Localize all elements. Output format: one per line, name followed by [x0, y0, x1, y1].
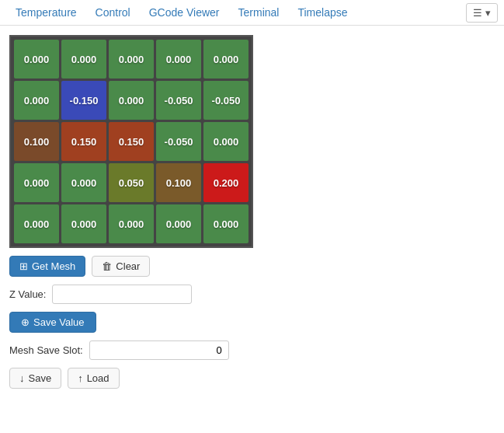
- tab-control[interactable]: Control: [86, 0, 140, 25]
- mesh-cell[interactable]: 0.100: [156, 163, 201, 202]
- save-button[interactable]: ↓ Save: [9, 368, 61, 389]
- mesh-cell[interactable]: -0.050: [156, 81, 201, 120]
- bottom-buttons-row: ↓ Save ↑ Load: [9, 368, 495, 389]
- mesh-cell[interactable]: 0.150: [109, 122, 154, 161]
- save-download-icon: ↓: [19, 372, 25, 384]
- mesh-cell[interactable]: 0.000: [109, 40, 154, 79]
- mesh-save-slot-row: Mesh Save Slot:: [9, 340, 495, 360]
- mesh-cell[interactable]: 0.200: [203, 163, 249, 202]
- mesh-cell[interactable]: -0.050: [156, 122, 201, 161]
- save-value-label: Save Value: [33, 316, 85, 328]
- load-upload-icon: ↑: [78, 372, 83, 384]
- mesh-cell[interactable]: 0.000: [203, 40, 249, 79]
- load-button[interactable]: ↑ Load: [68, 368, 119, 389]
- mesh-cell[interactable]: 0.000: [109, 81, 154, 120]
- clear-button[interactable]: 🗑 Clear: [92, 256, 150, 277]
- mesh-cell[interactable]: 0.000: [14, 163, 59, 202]
- main-content: 0.0000.0000.0000.0000.0000.000-0.1500.00…: [0, 26, 504, 398]
- mesh-cell[interactable]: 0.000: [61, 163, 106, 202]
- plus-circle-icon: ⊕: [21, 316, 30, 328]
- tab-terminal[interactable]: Terminal: [229, 0, 289, 25]
- grid-icon: ⊞: [19, 260, 28, 272]
- mesh-cell[interactable]: 0.000: [61, 40, 106, 79]
- load-label: Load: [87, 372, 109, 384]
- mesh-cell[interactable]: 0.000: [14, 40, 59, 79]
- tab-temperature[interactable]: Temperature: [6, 0, 86, 25]
- mesh-cell[interactable]: 0.100: [14, 122, 59, 161]
- get-mesh-label: Get Mesh: [32, 260, 75, 272]
- mesh-grid: 0.0000.0000.0000.0000.0000.000-0.1500.00…: [14, 40, 249, 243]
- mesh-cell[interactable]: 0.000: [61, 204, 106, 243]
- get-mesh-button[interactable]: ⊞ Get Mesh: [9, 256, 85, 277]
- save-value-button[interactable]: ⊕ Save Value: [9, 312, 96, 333]
- mesh-cell[interactable]: 0.050: [109, 163, 154, 202]
- mesh-cell[interactable]: 0.000: [203, 122, 249, 161]
- trash-icon: 🗑: [102, 260, 112, 272]
- mesh-cell[interactable]: 0.000: [203, 204, 249, 243]
- mesh-cell[interactable]: 0.000: [14, 204, 59, 243]
- mesh-cell[interactable]: 0.000: [156, 40, 201, 79]
- mesh-grid-container: 0.0000.0000.0000.0000.0000.000-0.1500.00…: [9, 35, 253, 248]
- tab-timelapse[interactable]: Timelapse: [288, 0, 356, 25]
- z-value-input[interactable]: [52, 285, 192, 304]
- mesh-save-slot-input[interactable]: [89, 340, 229, 360]
- action-buttons-row: ⊞ Get Mesh 🗑 Clear: [9, 256, 495, 277]
- mesh-cell[interactable]: 0.000: [156, 204, 201, 243]
- mesh-cell[interactable]: 0.000: [109, 204, 154, 243]
- mesh-cell[interactable]: -0.050: [203, 81, 249, 120]
- save-label: Save: [29, 372, 52, 384]
- tab-bar: Temperature Control GCode Viewer Termina…: [0, 0, 504, 26]
- mesh-cell[interactable]: -0.150: [61, 81, 106, 120]
- z-value-label: Z Value:: [9, 288, 46, 300]
- tab-gcode-viewer[interactable]: GCode Viewer: [140, 0, 229, 25]
- clear-label: Clear: [116, 260, 140, 272]
- z-value-row: Z Value:: [9, 285, 495, 304]
- mesh-cell[interactable]: 0.150: [61, 122, 106, 161]
- tab-menu-button[interactable]: ☰ ▾: [466, 3, 498, 23]
- mesh-save-slot-label: Mesh Save Slot:: [9, 344, 83, 356]
- mesh-cell[interactable]: 0.000: [14, 81, 59, 120]
